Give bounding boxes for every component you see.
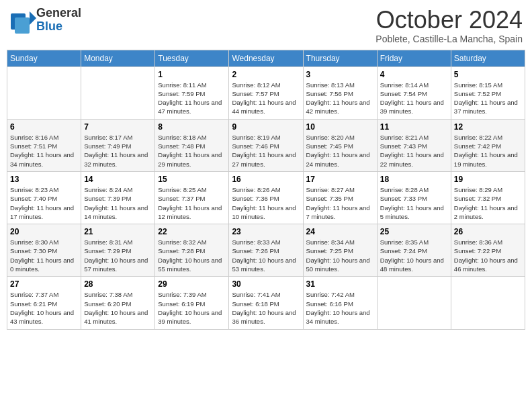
day-info: Sunrise: 8:12 AM Sunset: 7:57 PM Dayligh…	[232, 81, 300, 116]
day-number: 24	[306, 227, 374, 236]
day-number: 13	[10, 175, 78, 184]
page-header: General Blue October 2024 Poblete, Casti…	[7, 7, 525, 44]
day-info: Sunrise: 8:36 AM Sunset: 7:22 PM Dayligh…	[454, 238, 522, 273]
calendar-cell: 22Sunrise: 8:32 AM Sunset: 7:28 PM Dayli…	[155, 224, 229, 277]
calendar-cell: 10Sunrise: 8:20 AM Sunset: 7:45 PM Dayli…	[303, 119, 377, 171]
day-info: Sunrise: 8:13 AM Sunset: 7:56 PM Dayligh…	[306, 81, 374, 116]
day-info: Sunrise: 8:15 AM Sunset: 7:52 PM Dayligh…	[454, 81, 522, 116]
day-info: Sunrise: 8:32 AM Sunset: 7:28 PM Dayligh…	[158, 238, 226, 273]
calendar-cell: 8Sunrise: 8:18 AM Sunset: 7:48 PM Daylig…	[155, 119, 229, 171]
day-number: 5	[454, 70, 522, 79]
day-number: 27	[10, 279, 78, 289]
day-number: 18	[380, 175, 448, 184]
day-number: 29	[158, 279, 226, 289]
calendar-week-row: 13Sunrise: 8:23 AM Sunset: 7:40 PM Dayli…	[7, 171, 525, 224]
calendar-cell: 29Sunrise: 7:39 AM Sunset: 6:19 PM Dayli…	[155, 277, 229, 329]
day-number: 8	[158, 122, 226, 132]
calendar-cell	[451, 277, 525, 329]
calendar-cell: 7Sunrise: 8:17 AM Sunset: 7:49 PM Daylig…	[81, 119, 155, 171]
calendar-cell: 6Sunrise: 8:16 AM Sunset: 7:51 PM Daylig…	[7, 119, 81, 171]
day-number: 20	[10, 227, 78, 236]
day-info: Sunrise: 8:22 AM Sunset: 7:42 PM Dayligh…	[454, 133, 522, 169]
day-info: Sunrise: 8:11 AM Sunset: 7:59 PM Dayligh…	[158, 81, 226, 116]
calendar-cell: 11Sunrise: 8:21 AM Sunset: 7:43 PM Dayli…	[377, 119, 451, 171]
calendar-week-row: 27Sunrise: 7:37 AM Sunset: 6:21 PM Dayli…	[7, 277, 525, 329]
day-info: Sunrise: 8:21 AM Sunset: 7:43 PM Dayligh…	[380, 133, 448, 169]
day-number: 26	[454, 227, 522, 236]
day-number: 9	[232, 122, 300, 132]
day-number: 4	[380, 70, 448, 79]
day-number: 22	[158, 227, 226, 236]
day-info: Sunrise: 8:19 AM Sunset: 7:46 PM Dayligh…	[232, 133, 300, 169]
day-number: 30	[232, 279, 300, 289]
day-of-week-header: Sunday	[7, 50, 81, 66]
day-number: 2	[232, 70, 300, 79]
day-number: 15	[158, 175, 226, 184]
logo: General Blue	[9, 7, 81, 34]
logo-icon	[9, 8, 34, 32]
calendar-cell: 24Sunrise: 8:34 AM Sunset: 7:25 PM Dayli…	[303, 224, 377, 277]
calendar-week-row: 6Sunrise: 8:16 AM Sunset: 7:51 PM Daylig…	[7, 119, 525, 171]
day-info: Sunrise: 8:27 AM Sunset: 7:35 PM Dayligh…	[306, 185, 374, 221]
calendar-cell: 30Sunrise: 7:41 AM Sunset: 6:18 PM Dayli…	[229, 277, 303, 329]
calendar-cell: 21Sunrise: 8:31 AM Sunset: 7:29 PM Dayli…	[81, 224, 155, 277]
day-info: Sunrise: 8:28 AM Sunset: 7:33 PM Dayligh…	[380, 185, 448, 221]
day-info: Sunrise: 8:26 AM Sunset: 7:36 PM Dayligh…	[232, 185, 300, 221]
day-number: 19	[454, 175, 522, 184]
calendar-cell	[7, 66, 81, 119]
location-subtitle: Poblete, Castille-La Mancha, Spain	[375, 34, 523, 44]
calendar-cell: 28Sunrise: 7:38 AM Sunset: 6:20 PM Dayli…	[81, 277, 155, 329]
logo-text: General Blue	[36, 7, 81, 34]
calendar-cell: 2Sunrise: 8:12 AM Sunset: 7:57 PM Daylig…	[229, 66, 303, 119]
calendar-cell: 17Sunrise: 8:27 AM Sunset: 7:35 PM Dayli…	[303, 171, 377, 224]
day-info: Sunrise: 8:18 AM Sunset: 7:48 PM Dayligh…	[158, 133, 226, 169]
day-info: Sunrise: 8:29 AM Sunset: 7:32 PM Dayligh…	[454, 185, 522, 221]
calendar-cell: 3Sunrise: 8:13 AM Sunset: 7:56 PM Daylig…	[303, 66, 377, 119]
calendar-cell: 23Sunrise: 8:33 AM Sunset: 7:26 PM Dayli…	[229, 224, 303, 277]
day-info: Sunrise: 8:34 AM Sunset: 7:25 PM Dayligh…	[306, 238, 374, 273]
calendar-cell	[377, 277, 451, 329]
calendar-cell: 25Sunrise: 8:35 AM Sunset: 7:24 PM Dayli…	[377, 224, 451, 277]
calendar-cell: 13Sunrise: 8:23 AM Sunset: 7:40 PM Dayli…	[7, 171, 81, 224]
day-info: Sunrise: 8:14 AM Sunset: 7:54 PM Dayligh…	[380, 81, 448, 116]
day-info: Sunrise: 8:16 AM Sunset: 7:51 PM Dayligh…	[10, 133, 78, 169]
calendar-cell: 4Sunrise: 8:14 AM Sunset: 7:54 PM Daylig…	[377, 66, 451, 119]
day-number: 21	[84, 227, 152, 236]
day-number: 6	[10, 122, 78, 132]
day-number: 14	[84, 175, 152, 184]
calendar-table: SundayMondayTuesdayWednesdayThursdayFrid…	[7, 50, 525, 330]
calendar-week-row: 20Sunrise: 8:30 AM Sunset: 7:30 PM Dayli…	[7, 224, 525, 277]
day-info: Sunrise: 8:30 AM Sunset: 7:30 PM Dayligh…	[10, 238, 78, 273]
day-of-week-header: Tuesday	[155, 50, 229, 66]
day-info: Sunrise: 7:42 AM Sunset: 6:16 PM Dayligh…	[306, 290, 374, 326]
calendar-cell: 27Sunrise: 7:37 AM Sunset: 6:21 PM Dayli…	[7, 277, 81, 329]
day-of-week-header: Saturday	[451, 50, 525, 66]
day-of-week-header: Thursday	[303, 50, 377, 66]
calendar-cell: 19Sunrise: 8:29 AM Sunset: 7:32 PM Dayli…	[451, 171, 525, 224]
calendar-cell: 31Sunrise: 7:42 AM Sunset: 6:16 PM Dayli…	[303, 277, 377, 329]
day-of-week-header: Friday	[377, 50, 451, 66]
calendar-cell: 16Sunrise: 8:26 AM Sunset: 7:36 PM Dayli…	[229, 171, 303, 224]
calendar-cell: 14Sunrise: 8:24 AM Sunset: 7:39 PM Dayli…	[81, 171, 155, 224]
title-block: October 2024 Poblete, Castille-La Mancha…	[375, 7, 523, 44]
day-number: 31	[306, 279, 374, 289]
calendar-cell: 1Sunrise: 8:11 AM Sunset: 7:59 PM Daylig…	[155, 66, 229, 119]
day-info: Sunrise: 8:24 AM Sunset: 7:39 PM Dayligh…	[84, 185, 152, 221]
calendar-cell	[81, 66, 155, 119]
calendar-cell: 5Sunrise: 8:15 AM Sunset: 7:52 PM Daylig…	[451, 66, 525, 119]
day-number: 25	[380, 227, 448, 236]
svg-marker-2	[30, 11, 36, 25]
calendar-cell: 15Sunrise: 8:25 AM Sunset: 7:37 PM Dayli…	[155, 171, 229, 224]
calendar-cell: 26Sunrise: 8:36 AM Sunset: 7:22 PM Dayli…	[451, 224, 525, 277]
day-number: 23	[232, 227, 300, 236]
day-of-week-header: Monday	[81, 50, 155, 66]
calendar-cell: 20Sunrise: 8:30 AM Sunset: 7:30 PM Dayli…	[7, 224, 81, 277]
calendar-cell: 12Sunrise: 8:22 AM Sunset: 7:42 PM Dayli…	[451, 119, 525, 171]
day-number: 17	[306, 175, 374, 184]
day-info: Sunrise: 7:38 AM Sunset: 6:20 PM Dayligh…	[84, 290, 152, 326]
day-info: Sunrise: 8:17 AM Sunset: 7:49 PM Dayligh…	[84, 133, 152, 169]
calendar-header-row: SundayMondayTuesdayWednesdayThursdayFrid…	[7, 50, 525, 66]
day-info: Sunrise: 8:20 AM Sunset: 7:45 PM Dayligh…	[306, 133, 374, 169]
day-number: 3	[306, 70, 374, 79]
svg-rect-1	[15, 17, 30, 34]
